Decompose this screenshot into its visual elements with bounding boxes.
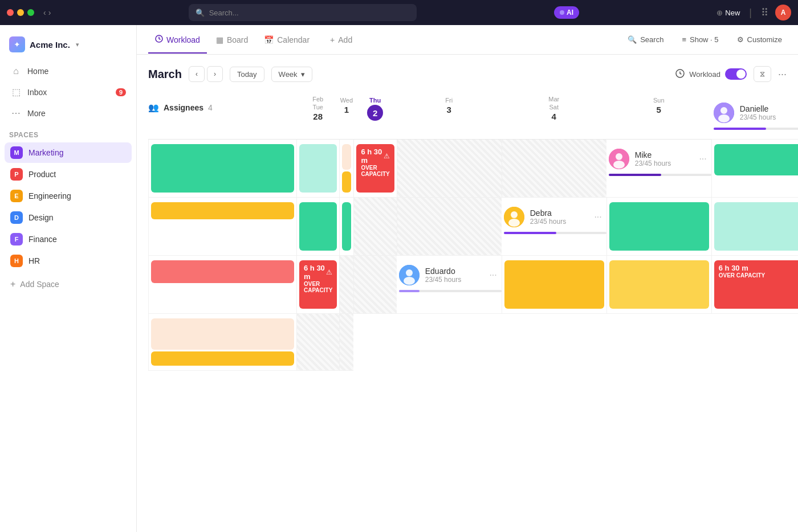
person-progress-mike bbox=[609, 174, 711, 176]
date-daynum-4: 4 bbox=[502, 112, 606, 121]
danielle-cell-tue bbox=[148, 140, 296, 198]
sidebar-item-inbox[interactable]: ⬚ Inbox 9 bbox=[5, 82, 132, 102]
task-block[interactable] bbox=[151, 202, 294, 219]
task-block-bottom[interactable] bbox=[342, 171, 351, 193]
home-icon: ⌂ bbox=[10, 66, 22, 76]
task-block[interactable] bbox=[299, 144, 337, 193]
workload-toggle-switch[interactable] bbox=[725, 68, 747, 80]
svg-point-7 bbox=[613, 161, 625, 169]
person-progress-fill-danielle bbox=[714, 128, 766, 130]
over-capacity-block-danielle[interactable]: 6 h 30 m ⚠ OVER CAPACITY bbox=[356, 144, 394, 193]
sidebar-space-product[interactable]: P Product bbox=[5, 164, 132, 185]
over-capacity-block-debra[interactable]: 6 h 30 m ⚠ OVER CAPACITY bbox=[299, 260, 337, 309]
assignees-label: Assignees bbox=[164, 103, 203, 112]
space-icon-e: E bbox=[10, 190, 23, 202]
workload-main: March ‹ › Today Week ▾ bbox=[137, 55, 798, 532]
workload-tab-icon bbox=[155, 35, 163, 44]
person-progress-fill-mike bbox=[609, 174, 661, 176]
task-block-top[interactable] bbox=[342, 144, 351, 170]
task-block[interactable] bbox=[151, 260, 294, 283]
date-daynum-5: 5 bbox=[606, 105, 711, 114]
tab-board[interactable]: ▦ Board bbox=[209, 27, 255, 54]
date-col-feb-28: Feb Tue 28 bbox=[296, 93, 339, 140]
task-block[interactable] bbox=[609, 260, 709, 309]
danielle-cell-wed bbox=[296, 140, 339, 198]
prev-month-button[interactable]: ‹ bbox=[189, 66, 205, 82]
ai-dot bbox=[560, 10, 564, 15]
task-block[interactable] bbox=[504, 260, 604, 309]
ai-badge[interactable]: AI bbox=[554, 6, 579, 19]
new-button[interactable]: ⊕ New bbox=[716, 9, 740, 17]
sidebar-space-finance[interactable]: F Finance bbox=[5, 229, 132, 249]
filter-button[interactable]: ⧖ bbox=[754, 66, 771, 82]
person-details-debra: Debra 23/45 hours bbox=[530, 208, 566, 226]
space-icon-f: F bbox=[10, 233, 23, 245]
tab-calendar[interactable]: 📅 Calendar bbox=[257, 27, 316, 54]
main-layout: ✦ Acme Inc. ▾ ⌂ Home ⬚ Inbox 9 ⋯ More Sp… bbox=[0, 25, 798, 532]
person-more-eduardo[interactable]: ··· bbox=[489, 270, 501, 280]
close-dot[interactable] bbox=[7, 9, 14, 16]
debra-cell-thu bbox=[148, 256, 296, 314]
search-button[interactable]: 🔍 Search bbox=[623, 32, 668, 47]
global-search-input[interactable] bbox=[209, 9, 410, 17]
space-marketing-label: Marketing bbox=[28, 148, 63, 157]
person-more-mike[interactable]: ··· bbox=[699, 154, 711, 164]
tab-workload[interactable]: Workload bbox=[148, 27, 207, 54]
user-avatar[interactable]: A bbox=[775, 5, 791, 21]
week-selector[interactable]: Week ▾ bbox=[271, 67, 312, 82]
show-label: Show · 5 bbox=[690, 35, 719, 44]
task-block[interactable] bbox=[714, 144, 798, 175]
person-progress-danielle bbox=[714, 128, 798, 130]
alert-icon: ⚠ bbox=[384, 152, 390, 160]
forward-arrow[interactable]: › bbox=[48, 8, 51, 17]
person-details-mike: Mike 23/45 hours bbox=[635, 150, 671, 167]
sidebar-space-marketing[interactable]: M Marketing bbox=[5, 142, 132, 163]
task-block[interactable] bbox=[609, 202, 709, 251]
sidebar-space-hr[interactable]: H HR bbox=[5, 251, 132, 271]
next-month-button[interactable]: › bbox=[207, 66, 223, 82]
sidebar-item-more[interactable]: ⋯ More bbox=[5, 103, 132, 123]
person-details-eduardo: Eduardo 23/45 hours bbox=[425, 267, 461, 284]
global-search-bar[interactable]: 🔍 bbox=[189, 4, 417, 21]
task-block[interactable] bbox=[714, 202, 798, 251]
person-info-danielle: Danielle 23/45 hours ··· bbox=[711, 93, 798, 140]
tab-add[interactable]: + Add bbox=[323, 27, 359, 54]
danielle-cell-sun bbox=[502, 140, 606, 198]
topbar-right: ⊕ New | ⠿ A bbox=[716, 5, 791, 21]
date-header-empty: 👥 Assignees 4 bbox=[148, 93, 296, 140]
sidebar-space-engineering[interactable]: E Engineering bbox=[5, 186, 132, 206]
date-daynum-28: 28 bbox=[296, 112, 339, 121]
back-arrow[interactable]: ‹ bbox=[43, 8, 46, 17]
person-hours-eduardo: 23/45 hours bbox=[425, 276, 461, 284]
maximize-dot[interactable] bbox=[27, 9, 34, 16]
brand[interactable]: ✦ Acme Inc. ▾ bbox=[0, 32, 136, 62]
content-area: Workload ▦ Board 📅 Calendar + Add 🔍 Sear… bbox=[137, 25, 798, 532]
tabs-right-actions: 🔍 Search ≡ Show · 5 ⚙ Customize bbox=[623, 32, 787, 47]
week-chevron-icon: ▾ bbox=[301, 70, 305, 79]
task-block-bottom[interactable] bbox=[151, 351, 294, 366]
today-button[interactable]: Today bbox=[230, 67, 264, 82]
grid-icon[interactable]: ⠿ bbox=[761, 6, 768, 19]
person-more-debra[interactable]: ··· bbox=[594, 212, 606, 222]
debra-cell-sat bbox=[339, 256, 353, 314]
minimize-dot[interactable] bbox=[17, 9, 24, 16]
sidebar-item-home[interactable]: ⌂ Home bbox=[5, 62, 132, 81]
more-options-button[interactable]: ··· bbox=[778, 68, 787, 80]
debra-cell-wed bbox=[711, 198, 798, 256]
date-col-wed-1: Wed 1 bbox=[339, 93, 353, 140]
eduardo-cell-sun bbox=[339, 314, 353, 371]
person-details-danielle: Danielle 23/45 hours bbox=[740, 104, 776, 121]
person-name-debra: Debra bbox=[530, 208, 566, 218]
workload-header-right: Workload ⧖ ··· bbox=[675, 66, 787, 82]
add-space-button[interactable]: + Add Space bbox=[0, 275, 136, 294]
task-block-top[interactable] bbox=[151, 318, 294, 350]
sidebar-space-design[interactable]: D Design bbox=[5, 207, 132, 228]
task-block[interactable] bbox=[342, 202, 351, 251]
task-block[interactable] bbox=[299, 202, 337, 251]
show-button[interactable]: ≡ Show · 5 bbox=[677, 32, 723, 47]
over-capacity-block-eduardo[interactable]: 6 h 30 m ⚠ OVER CAPACITY bbox=[714, 260, 798, 309]
sidebar-inbox-label: Inbox bbox=[27, 88, 47, 97]
mike-cell-wed bbox=[148, 198, 296, 256]
task-block[interactable] bbox=[151, 144, 294, 193]
customize-button[interactable]: ⚙ Customize bbox=[732, 32, 787, 47]
